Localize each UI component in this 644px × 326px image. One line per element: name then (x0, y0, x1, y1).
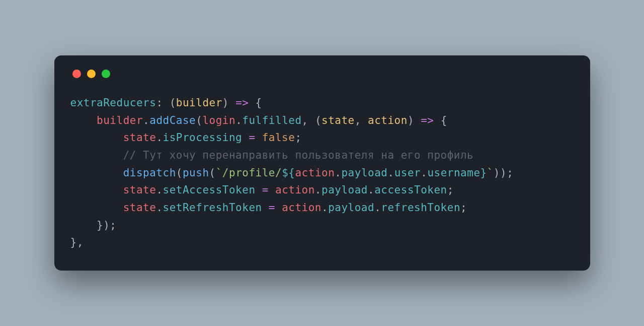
code-token: push (183, 167, 209, 179)
code-token (70, 184, 123, 196)
code-token: ( (196, 114, 202, 126)
code-token: = (262, 202, 282, 214)
code-token: . (368, 184, 374, 196)
code-token: setAccessToken (163, 184, 256, 196)
code-token: ` (216, 167, 222, 179)
code-block[interactable]: extraReducers: (builder) => { builder.ad… (70, 94, 574, 251)
code-token: { (249, 97, 262, 109)
code-token: user (394, 167, 421, 179)
code-token: action (282, 202, 321, 214)
code-token: builder (176, 97, 222, 109)
code-token: false (262, 132, 295, 144)
code-token: state (123, 184, 156, 196)
code-token: action (275, 184, 315, 196)
code-token: action (368, 114, 408, 126)
code-token: } (480, 167, 487, 179)
window-controls (70, 70, 574, 78)
code-token: payload (341, 167, 387, 179)
code-token: , ( (302, 114, 321, 126)
code-token: state (123, 132, 156, 144)
code-token: . (335, 167, 341, 179)
code-token: . (156, 202, 163, 214)
code-token: . (235, 114, 242, 126)
code-token: payload (328, 202, 374, 214)
code-token: addCase (149, 114, 196, 126)
code-token: isProcessing (163, 132, 243, 144)
maximize-icon[interactable] (102, 70, 110, 78)
code-token: state (321, 114, 355, 126)
code-token: state (123, 202, 156, 214)
code-token: => (421, 114, 434, 126)
code-token: . (421, 167, 427, 179)
code-token: accessToken (374, 184, 447, 196)
code-token (70, 167, 123, 179)
code-token: { (434, 114, 447, 126)
code-token (70, 202, 123, 214)
code-token: ${ (282, 167, 295, 179)
code-token: dispatch (123, 167, 176, 179)
code-token: = (256, 184, 275, 196)
code-token (70, 132, 123, 144)
code-token (70, 219, 97, 231)
code-token: ( (176, 167, 183, 179)
code-token: )); (494, 167, 513, 179)
code-token: => (235, 97, 249, 109)
code-editor-window: extraReducers: (builder) => { builder.ad… (54, 55, 590, 271)
code-token: }, (70, 236, 84, 248)
code-token: . (387, 167, 394, 179)
code-token: , (355, 114, 368, 126)
code-token: login (202, 114, 235, 126)
code-token: . (321, 202, 328, 214)
code-token: extraReducers (70, 97, 156, 109)
code-token: builder (97, 114, 143, 126)
code-token: }); (97, 219, 116, 231)
code-token: setRefreshToken (163, 202, 262, 214)
code-token: ( (209, 167, 216, 179)
code-token: . (315, 184, 321, 196)
code-token: ; (460, 202, 467, 214)
code-token: ) (408, 114, 421, 126)
code-token: username (427, 167, 480, 179)
minimize-icon[interactable] (87, 70, 96, 78)
code-token: refreshToken (381, 202, 460, 214)
code-token: . (156, 184, 163, 196)
code-token: /profile/ (222, 167, 282, 179)
code-comment: // Тут хочу перенаправить пользователя н… (123, 149, 474, 161)
code-token: ; (295, 132, 301, 144)
code-token: action (295, 167, 335, 179)
code-token: . (374, 202, 381, 214)
close-icon[interactable] (72, 70, 81, 78)
code-token: ; (447, 184, 454, 196)
code-token: payload (321, 184, 368, 196)
code-token (70, 114, 97, 126)
code-token: = (242, 132, 262, 144)
code-token: . (156, 132, 163, 144)
code-token (70, 149, 123, 161)
code-token: ) (222, 97, 235, 109)
code-token: ` (487, 167, 494, 179)
code-token: : ( (156, 97, 176, 109)
code-token: . (143, 114, 149, 126)
code-token: fulfilled (242, 114, 301, 126)
